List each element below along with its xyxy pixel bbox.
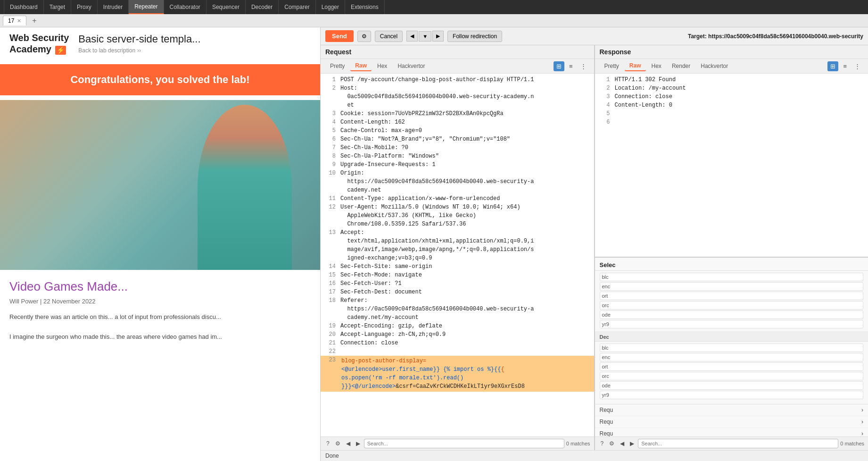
blog-post-title: Video Games Made... xyxy=(9,279,311,294)
request-search-input[interactable] xyxy=(364,439,564,448)
request-search-bar: ? ⚙ ◀ ▶ 0 matches xyxy=(321,436,594,450)
inspector-select-row-3: ort xyxy=(600,292,864,300)
code-line-23-payload: 23 blog-post-author-display=<@urlencode>… xyxy=(321,356,594,392)
view-icon-dots[interactable]: ⋮ xyxy=(578,61,589,71)
nav-arrow-down[interactable]: ▼ xyxy=(419,31,431,42)
burp-toolbar: Send ⚙ Cancel ◀ ▼ ▶ Follow redirection T… xyxy=(321,27,868,45)
tab-close-icon[interactable]: ✕ xyxy=(17,18,21,24)
inspector-dec-row-3: ort xyxy=(600,362,864,371)
code-line-5: 5 Cache-Control: max-age=0 xyxy=(321,126,594,135)
inspector-select-area: blc enc ort orc ode yr9 xyxy=(595,271,868,331)
code-line-12: 12 User-Agent: Mozilla/5.0 (Windows NT 1… xyxy=(321,203,594,228)
repeater-tab-17[interactable]: 17 ✕ xyxy=(3,16,26,25)
expand-row-requ-2[interactable]: Requ› xyxy=(595,416,868,428)
req-tab-pretty[interactable]: Pretty xyxy=(325,61,349,71)
inspector-select-row-6: yr9 xyxy=(600,320,864,328)
resp-tab-hex[interactable]: Hex xyxy=(647,61,666,71)
nav-tab-repeater[interactable]: Repeater xyxy=(129,0,164,14)
code-line-22: 22 xyxy=(321,347,594,356)
inspector-dec-row-6: yr9 xyxy=(600,391,864,399)
navigation-arrows: ◀ ▼ ▶ xyxy=(406,31,444,42)
req-tab-hackvertor[interactable]: Hackvertor xyxy=(393,61,430,71)
inspector-select-row-2: enc xyxy=(600,282,864,291)
response-search-bar: ? ⚙ ◀ ▶ 0 matches xyxy=(595,436,868,450)
inspector-dec-row-5: ode xyxy=(600,381,864,390)
resp-tab-pretty[interactable]: Pretty xyxy=(600,61,624,71)
logo-lightning-icon: ⚡ xyxy=(55,46,66,55)
resp-tab-hackvertor[interactable]: Hackvertor xyxy=(696,61,733,71)
request-pane: Request Pretty Raw Hex Hackvertor ⊞ ≡ ⋮ … xyxy=(321,45,595,450)
req-tab-hex[interactable]: Hex xyxy=(372,61,392,71)
resp-line-1: 1 HTTP/1.1 302 Found xyxy=(595,75,868,84)
resp-view-icon-grid[interactable]: ⊞ xyxy=(827,61,838,71)
search-next-button[interactable]: ▶ xyxy=(354,439,362,448)
page-title-area: Basic server-side templa... Back to lab … xyxy=(78,33,311,54)
nav-tab-sequencer[interactable]: Sequencer xyxy=(207,0,246,14)
nav-tab-proxy[interactable]: Proxy xyxy=(71,0,98,14)
cancel-button[interactable]: Cancel xyxy=(375,31,403,42)
response-search-input[interactable] xyxy=(638,439,838,448)
response-format-tabs: Pretty Raw Hex Render Hackvertor ⊞ ≡ ⋮ xyxy=(595,59,868,74)
code-line-14: 14 Sec-Fetch-Site: same-origin xyxy=(321,262,594,271)
follow-redirection-button[interactable]: Follow redirection xyxy=(447,31,502,42)
response-search-matches: 0 matches xyxy=(840,441,864,446)
code-line-3: 3 Cookie: session=7UoVbPRZ2imW32rSD2BXxB… xyxy=(321,109,594,118)
back-to-lab-link[interactable]: Back to lab description ›› xyxy=(78,47,311,54)
resp-search-settings-button[interactable]: ⚙ xyxy=(607,439,616,448)
target-url: Target: https://0ac5009c04f8da58c5694106… xyxy=(688,33,863,40)
search-settings-button[interactable]: ⚙ xyxy=(333,439,342,448)
nav-tab-intruder[interactable]: Intruder xyxy=(98,0,129,14)
resp-search-next-button[interactable]: ▶ xyxy=(628,439,636,448)
resp-line-2: 2 Location: /my-account xyxy=(595,84,868,92)
expand-row-requ-3[interactable]: Requ› xyxy=(595,428,868,437)
search-help-button[interactable]: ? xyxy=(324,439,331,448)
website-panel: Web Security Academy ⚡ Basic server-side… xyxy=(0,27,321,461)
expand-rows: Requ› Requ› Requ› Requ› Requ› Resp› xyxy=(595,404,868,437)
main-layout: Web Security Academy ⚡ Basic server-side… xyxy=(0,27,868,461)
blog-text: Recently there was an article on this...… xyxy=(9,312,311,342)
logo: Web Security Academy ⚡ xyxy=(9,32,69,55)
success-banner: Congratulations, you solved the lab! xyxy=(0,64,320,95)
blog-meta: Will Power | 22 November 2022 xyxy=(9,298,311,305)
nav-tab-target[interactable]: Target xyxy=(44,0,71,14)
settings-button[interactable]: ⚙ xyxy=(357,31,371,42)
resp-search-help-button[interactable]: ? xyxy=(599,439,606,448)
inspector-dec-row-2: enc xyxy=(600,353,864,361)
nav-tab-decoder[interactable]: Decoder xyxy=(246,0,279,14)
request-code-area[interactable]: 1 POST /my-account/change-blog-post-auth… xyxy=(321,74,594,436)
response-code-area[interactable]: 1 HTTP/1.1 302 Found 2 Location: /my-acc… xyxy=(595,74,868,257)
add-tab-button[interactable]: + xyxy=(29,17,39,25)
nav-tab-logger[interactable]: Logger xyxy=(316,0,345,14)
resp-line-6: 6 xyxy=(595,118,868,126)
back-link-arrow: ›› xyxy=(137,47,141,54)
resp-view-icon-dots[interactable]: ⋮ xyxy=(851,61,863,71)
code-line-16: 16 Sec-Fetch-User: ?1 xyxy=(321,279,594,288)
resp-search-prev-button[interactable]: ◀ xyxy=(618,439,626,448)
response-header: Response xyxy=(595,45,868,59)
blog-text-3: I imagine the surgeon who made this... xyxy=(9,333,115,340)
request-search-matches: 0 matches xyxy=(566,441,590,446)
resp-tab-render[interactable]: Render xyxy=(667,61,695,71)
resp-view-icon-list[interactable]: ≡ xyxy=(840,61,850,71)
nav-tab-dashboard[interactable]: Dashboard xyxy=(4,0,44,14)
inspector-title: Selec xyxy=(595,258,868,271)
expand-row-requ-1[interactable]: Requ› xyxy=(595,404,868,416)
view-icon-list[interactable]: ≡ xyxy=(566,61,576,71)
blog-person-silhouette xyxy=(198,105,292,270)
tab-bar: 17 ✕ + xyxy=(0,14,868,27)
view-icon-grid[interactable]: ⊞ xyxy=(554,61,564,71)
search-prev-button[interactable]: ◀ xyxy=(344,439,352,448)
nav-tab-collaborator[interactable]: Collaborator xyxy=(164,0,207,14)
code-line-19: 19 Accept-Encoding: gzip, deflate xyxy=(321,322,594,330)
resp-tab-raw[interactable]: Raw xyxy=(625,61,646,71)
nav-tab-extensions[interactable]: Extensions xyxy=(345,0,385,14)
inspector-section: Selec blc enc ort orc ode yr9 Dec blc en… xyxy=(595,257,868,437)
code-line-2: 2 Host: 0ac5009c04f8da58c5694106004b0040… xyxy=(321,84,594,109)
req-tab-raw[interactable]: Raw xyxy=(350,61,372,71)
nav-arrow-left[interactable]: ◀ xyxy=(406,31,418,42)
nav-arrow-right[interactable]: ▶ xyxy=(432,31,444,42)
inspector-dec-area: blc enc ort orc ode yr9 xyxy=(595,342,868,402)
inspector-select-row-4: orc xyxy=(600,301,864,310)
nav-tab-comparer[interactable]: Comparer xyxy=(279,0,315,14)
send-button[interactable]: Send xyxy=(325,30,354,42)
